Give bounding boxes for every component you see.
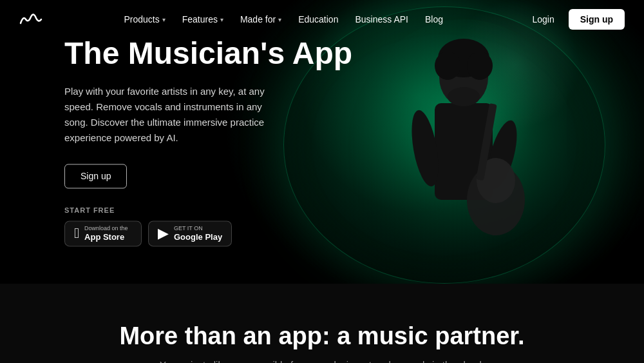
svg-point-11 xyxy=(448,87,480,106)
nav-blog[interactable]: Blog xyxy=(419,10,450,28)
bottom-subtitle: Your private library accessible from any… xyxy=(13,359,631,363)
hero-description: Play with your favorite artists in any k… xyxy=(64,84,283,146)
nav-links: Products ▾ Features ▾ Made for ▾ Educati… xyxy=(117,10,450,28)
hero-signup-button[interactable]: Sign up xyxy=(64,164,127,188)
chevron-down-icon: ▾ xyxy=(278,16,281,23)
navigation: Products ▾ Features ▾ Made for ▾ Educati… xyxy=(0,0,644,39)
store-badges:  Download on the App Store ▶ GET IT ON … xyxy=(64,221,352,246)
svg-point-4 xyxy=(467,52,493,80)
nav-products[interactable]: Products ▾ xyxy=(117,10,171,28)
google-play-badge[interactable]: ▶ GET IT ON Google Play xyxy=(148,221,232,246)
google-play-text: GET IT ON Google Play xyxy=(174,225,222,242)
hero-title: The Musician's App xyxy=(64,37,352,71)
nav-education[interactable]: Education xyxy=(292,10,345,28)
nav-business-api[interactable]: Business API xyxy=(348,10,415,28)
hero-image xyxy=(335,19,567,277)
hero-section: The Musician's App Play with your favori… xyxy=(0,0,644,284)
app-store-text: Download on the App Store xyxy=(84,225,128,242)
start-free-label: START FREE xyxy=(64,206,352,214)
signup-nav-button[interactable]: Sign up xyxy=(569,9,625,30)
logo[interactable] xyxy=(19,12,43,27)
login-button[interactable]: Login xyxy=(524,10,562,28)
apple-icon:  xyxy=(74,226,79,240)
bottom-title: More than an app: a music partner. xyxy=(13,322,631,350)
app-store-badge[interactable]:  Download on the App Store xyxy=(64,221,142,246)
chevron-down-icon: ▾ xyxy=(220,16,223,23)
nav-actions: Login Sign up xyxy=(524,9,625,30)
nav-features[interactable]: Features ▾ xyxy=(176,10,230,28)
google-play-icon: ▶ xyxy=(158,226,169,240)
bottom-section: More than an app: a music partner. Your … xyxy=(0,284,644,363)
chevron-down-icon: ▾ xyxy=(162,16,166,23)
nav-made-for[interactable]: Made for ▾ xyxy=(234,10,288,28)
svg-point-3 xyxy=(435,52,460,80)
hero-content: The Musician's App Play with your favori… xyxy=(64,37,352,246)
